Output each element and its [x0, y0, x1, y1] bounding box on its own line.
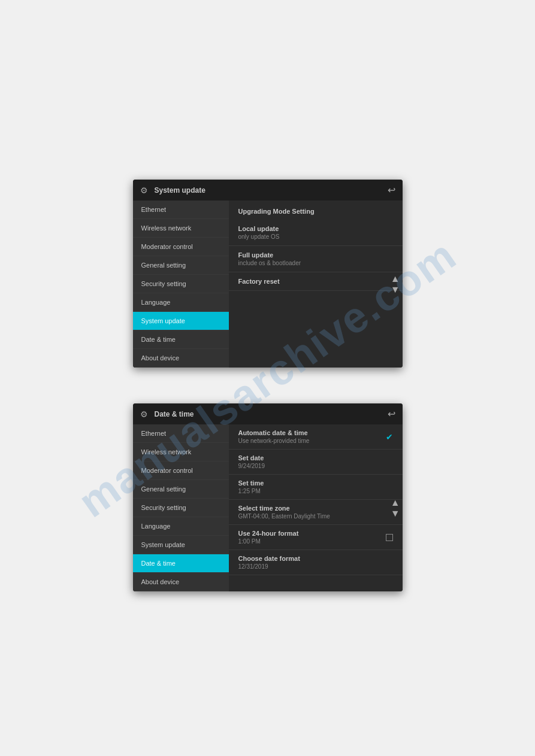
panel2-content: Automatic date & timeUse network-provide… — [229, 424, 403, 591]
panel1-content-item-0[interactable]: Local updateonly update OS — [229, 220, 403, 246]
panel2-content-item-info-3: Select time zoneGMT-04:00, Eastern Dayli… — [238, 505, 393, 520]
panel2-content-item-info-2: Set time1:25 PM — [238, 479, 393, 494]
panel2-content-item-title-5: Choose date format — [238, 555, 393, 562]
panel1-sidebar-item-6[interactable]: System update — [133, 312, 229, 330]
panel1-title-bar: ⚙ System update ↩ — [133, 180, 403, 201]
panel2-content-item-info-1: Set date9/24/2019 — [238, 454, 393, 469]
panel2-gear-icon: ⚙ — [140, 409, 150, 419]
panel2-content-item-title-3: Select time zone — [238, 505, 393, 512]
panel1-content-item-1[interactable]: Full updateinclude os & bootloader — [229, 246, 403, 272]
panel1-sidebar-item-1[interactable]: Wireless network — [133, 219, 229, 238]
panel2-content-item-title-1: Set date — [238, 454, 393, 462]
panel2-content-item-sub-2: 1:25 PM — [238, 488, 393, 494]
panel2-content-item-title-4: Use 24-hour format — [238, 530, 386, 537]
panel1-content-item-sub-0: only update OS — [238, 233, 393, 240]
panel2-title-left: ⚙ Date & time — [140, 409, 194, 419]
panel2-body: EthernetWireless networkModerator contro… — [133, 424, 403, 591]
panel1-content-item-title-2: Factory reset — [238, 278, 393, 285]
panel1-sidebar-item-3[interactable]: General setting — [133, 256, 229, 275]
panel2-content-item-title-0: Automatic date & time — [238, 429, 386, 436]
panel1-content: Upgrading Mode Setting Local updateonly … — [229, 201, 403, 368]
upgrading-mode-title: Upgrading Mode Setting — [229, 201, 403, 220]
panel1-scroll-arrows: ▲ ▼ — [391, 274, 403, 294]
panel2-title-bar: ⚙ Date & time ↩ — [133, 403, 403, 424]
panel2-checkbox-4[interactable] — [386, 534, 393, 541]
panel2-sidebar: EthernetWireless networkModerator contro… — [133, 424, 229, 591]
panel1-sidebar-item-0[interactable]: Ethernet — [133, 201, 229, 219]
panel1-back-icon[interactable]: ↩ — [388, 184, 395, 196]
panel2-sidebar-item-2[interactable]: Moderator control — [133, 462, 229, 480]
panel1-body: EthernetWireless networkModerator contro… — [133, 201, 403, 368]
date-time-panel: ⚙ Date & time ↩ EthernetWireless network… — [133, 403, 403, 591]
panel1-title: System update — [155, 186, 205, 195]
panel2-sidebar-item-6[interactable]: System update — [133, 536, 229, 554]
panel1-content-item-title-0: Local update — [238, 225, 393, 232]
panel1-sidebar-item-4[interactable]: Security setting — [133, 275, 229, 293]
panel2-sidebar-item-7[interactable]: Date & time — [133, 554, 229, 573]
panel2-content-item-title-2: Set time — [238, 479, 393, 487]
panel2-sidebar-item-8[interactable]: About device — [133, 573, 229, 591]
panel2-sidebar-item-1[interactable]: Wireless network — [133, 443, 229, 462]
panel1-title-left: ⚙ System update — [140, 186, 205, 195]
panel2-content-item-2[interactable]: Set time1:25 PM — [229, 475, 403, 500]
panel2-content-item-info-4: Use 24-hour format1:00 PM — [238, 530, 386, 545]
panel2-sidebar-item-5[interactable]: Language — [133, 517, 229, 536]
panel2-arrow-down[interactable]: ▼ — [391, 509, 400, 518]
panel2-scroll-arrows: ▲ ▼ — [391, 498, 403, 518]
panel1-sidebar-item-2[interactable]: Moderator control — [133, 238, 229, 256]
panel2-content-item-info-5: Choose date format12/31/2019 — [238, 555, 393, 570]
panel1-sidebar-item-5[interactable]: Language — [133, 293, 229, 312]
panel2-checkmark-0: ✔ — [386, 432, 393, 442]
panel1-arrow-down[interactable]: ▼ — [391, 285, 400, 294]
panel2-content-item-sub-0: Use network-provided time — [238, 438, 386, 444]
panel2-title: Date & time — [155, 410, 194, 418]
panel2-content-item-sub-4: 1:00 PM — [238, 538, 386, 545]
panel2-content-item-0[interactable]: Automatic date & timeUse network-provide… — [229, 424, 403, 450]
panel2-sidebar-item-4[interactable]: Security setting — [133, 499, 229, 517]
panel2-content-item-1[interactable]: Set date9/24/2019 — [229, 450, 403, 475]
panel2-content-item-sub-5: 12/31/2019 — [238, 563, 393, 570]
panel2-content-item-4[interactable]: Use 24-hour format1:00 PM — [229, 525, 403, 550]
panel1-content-item-sub-1: include os & bootloader — [238, 260, 393, 266]
panel2-content-item-3[interactable]: Select time zoneGMT-04:00, Eastern Dayli… — [229, 500, 403, 525]
panel2-back-icon[interactable]: ↩ — [388, 408, 395, 420]
panel2-content-item-5[interactable]: Choose date format12/31/2019 — [229, 550, 403, 575]
panel2-arrow-up[interactable]: ▲ — [391, 498, 400, 508]
page-container: ⚙ System update ↩ EthernetWireless netwo… — [0, 0, 535, 615]
panel2-content-item-sub-3: GMT-04:00, Eastern Daylight Time — [238, 513, 393, 520]
panel2-sidebar-item-0[interactable]: Ethernet — [133, 424, 229, 443]
panel2-sidebar-item-3[interactable]: General setting — [133, 480, 229, 499]
panel2-content-item-sub-1: 9/24/2019 — [238, 463, 393, 469]
panel1-sidebar: EthernetWireless networkModerator contro… — [133, 201, 229, 368]
panel2-content-item-info-0: Automatic date & timeUse network-provide… — [238, 429, 386, 444]
panel1-sidebar-item-7[interactable]: Date & time — [133, 330, 229, 349]
panel1-gear-icon: ⚙ — [140, 186, 150, 195]
panel1-sidebar-item-8[interactable]: About device — [133, 349, 229, 368]
panel1-arrow-up[interactable]: ▲ — [391, 274, 400, 284]
panel1-content-item-title-1: Full update — [238, 251, 393, 259]
panel1-content-item-2[interactable]: Factory reset — [229, 272, 403, 291]
system-update-panel: ⚙ System update ↩ EthernetWireless netwo… — [133, 180, 403, 368]
